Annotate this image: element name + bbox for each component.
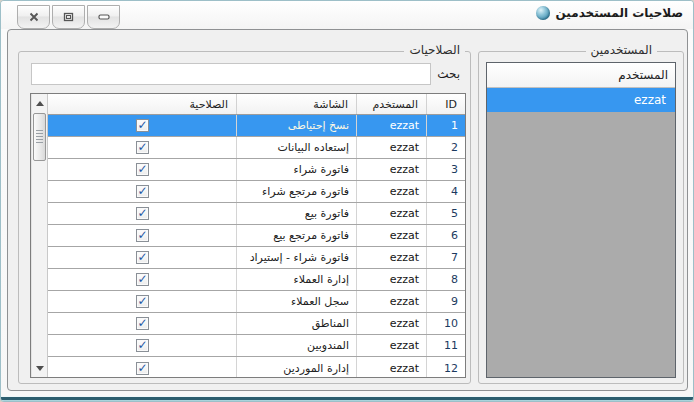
- cell-screen: إستعاده البيانات: [236, 137, 356, 158]
- permission-checkbox[interactable]: [136, 339, 149, 352]
- arrow-up-icon: [36, 101, 44, 106]
- cell-screen: فاتورة مرتجع شراء: [236, 181, 356, 202]
- permission-checkbox[interactable]: [136, 163, 149, 176]
- column-header-user[interactable]: المستخدم: [356, 94, 426, 114]
- close-icon: [29, 12, 39, 22]
- cell-user: ezzat: [356, 335, 426, 356]
- cell-screen: إدارة العملاء: [236, 269, 356, 290]
- cell-id: 5: [426, 203, 465, 224]
- cell-permission: [48, 137, 236, 158]
- permissions-table: ID المستخدم الشاشة الصلاحية 1ezzatنسخ إح…: [30, 93, 466, 378]
- cell-permission: [48, 269, 236, 290]
- cell-id: 4: [426, 181, 465, 202]
- table-row[interactable]: 2ezzatإستعاده البيانات: [48, 137, 465, 159]
- column-header-permission[interactable]: الصلاحية: [48, 94, 236, 114]
- permission-checkbox[interactable]: [136, 141, 149, 154]
- table-row[interactable]: 10ezzatالمناطق: [48, 313, 465, 335]
- user-list-item-selected[interactable]: ezzat: [487, 88, 675, 112]
- titlebar: صلاحيات المستخدمين: [1, 1, 693, 29]
- cell-screen: سجل العملاء: [236, 291, 356, 312]
- cell-permission: [48, 115, 236, 136]
- cell-id: 12: [426, 357, 465, 377]
- table-row[interactable]: 9ezzatسجل العملاء: [48, 291, 465, 313]
- cell-id: 11: [426, 335, 465, 356]
- cell-user: ezzat: [356, 291, 426, 312]
- window-bottom-edge: [1, 396, 693, 401]
- cell-screen: فاتورة شراء - إستيراد: [236, 247, 356, 268]
- cell-id: 3: [426, 159, 465, 180]
- cell-id: 10: [426, 313, 465, 334]
- cell-user: ezzat: [356, 269, 426, 290]
- users-groupbox: المستخدمين المستخدم ezzat: [478, 51, 684, 384]
- search-input[interactable]: [31, 63, 431, 85]
- permissions-grid-body: 1ezzatنسخ إحتياطى2ezzatإستعاده البيانات3…: [48, 115, 465, 377]
- table-row[interactable]: 12ezzatإدارة الموردين: [48, 357, 465, 377]
- search-label: بحث: [437, 67, 460, 81]
- window-title: صلاحيات المستخدمين: [556, 6, 683, 20]
- cell-screen: فاتورة مرتجع بيع: [236, 225, 356, 246]
- scrollbar-thumb[interactable]: [33, 113, 46, 161]
- permission-checkbox[interactable]: [136, 229, 149, 242]
- table-row[interactable]: 11ezzatالمندوبين: [48, 335, 465, 357]
- table-row[interactable]: 3ezzatفاتورة شراء: [48, 159, 465, 181]
- permission-checkbox[interactable]: [136, 362, 149, 375]
- cell-id: 8: [426, 269, 465, 290]
- caption-buttons: [17, 5, 120, 29]
- cell-user: ezzat: [356, 203, 426, 224]
- cell-permission: [48, 181, 236, 202]
- window: صلاحيات المستخدمين الص: [0, 0, 694, 402]
- arrow-down-icon: [36, 366, 44, 371]
- users-list: المستخدم ezzat: [486, 62, 676, 378]
- users-list-header[interactable]: المستخدم: [487, 63, 675, 88]
- cell-permission: [48, 247, 236, 268]
- table-row[interactable]: 7ezzatفاتورة شراء - إستيراد: [48, 247, 465, 269]
- minimize-button[interactable]: [87, 5, 120, 29]
- cell-screen: إدارة الموردين: [236, 357, 356, 377]
- table-vertical-scrollbar[interactable]: [31, 94, 48, 377]
- main-panel: الصلاحيات بحث ID المستخدم الشاشة الصلاح: [7, 29, 688, 391]
- cell-id: 7: [426, 247, 465, 268]
- cell-permission: [48, 159, 236, 180]
- cell-user: ezzat: [356, 313, 426, 334]
- cell-screen: المناطق: [236, 313, 356, 334]
- cell-user: ezzat: [356, 225, 426, 246]
- cell-user: ezzat: [356, 181, 426, 202]
- table-row[interactable]: 5ezzatفاتورة بيع: [48, 203, 465, 225]
- permission-checkbox[interactable]: [136, 207, 149, 220]
- close-button[interactable]: [17, 5, 50, 29]
- cell-permission: [48, 357, 236, 377]
- cell-user: ezzat: [356, 159, 426, 180]
- cell-id: 2: [426, 137, 465, 158]
- scroll-up-button[interactable]: [32, 96, 47, 110]
- scroll-down-button[interactable]: [32, 361, 47, 375]
- users-legend: المستخدمين: [586, 43, 657, 58]
- table-row[interactable]: 1ezzatنسخ إحتياطى: [48, 115, 465, 137]
- cell-user: ezzat: [356, 137, 426, 158]
- permission-checkbox[interactable]: [136, 273, 149, 286]
- permission-checkbox[interactable]: [136, 185, 149, 198]
- cell-screen: المندوبين: [236, 335, 356, 356]
- table-row[interactable]: 6ezzatفاتورة مرتجع بيع: [48, 225, 465, 247]
- app-sphere-icon: [536, 6, 550, 20]
- cell-id: 9: [426, 291, 465, 312]
- maximize-icon: [63, 12, 74, 22]
- cell-permission: [48, 335, 236, 356]
- maximize-button[interactable]: [52, 5, 85, 29]
- cell-user: ezzat: [356, 115, 426, 136]
- permission-checkbox[interactable]: [136, 251, 149, 264]
- cell-id: 1: [426, 115, 465, 136]
- column-header-screen[interactable]: الشاشة: [236, 94, 356, 114]
- cell-permission: [48, 313, 236, 334]
- permissions-grid: ID المستخدم الشاشة الصلاحية 1ezzatنسخ إح…: [48, 94, 465, 377]
- grid-header-row: ID المستخدم الشاشة الصلاحية: [48, 94, 465, 115]
- cell-screen: نسخ إحتياطى: [236, 115, 356, 136]
- cell-permission: [48, 225, 236, 246]
- title-area: صلاحيات المستخدمين: [536, 6, 683, 20]
- column-header-id[interactable]: ID: [426, 94, 465, 114]
- permission-checkbox[interactable]: [136, 317, 149, 330]
- table-row[interactable]: 4ezzatفاتورة مرتجع شراء: [48, 181, 465, 203]
- permissions-legend: الصلاحيات: [404, 43, 465, 58]
- permission-checkbox[interactable]: [136, 119, 149, 132]
- permission-checkbox[interactable]: [136, 295, 149, 308]
- table-row[interactable]: 8ezzatإدارة العملاء: [48, 269, 465, 291]
